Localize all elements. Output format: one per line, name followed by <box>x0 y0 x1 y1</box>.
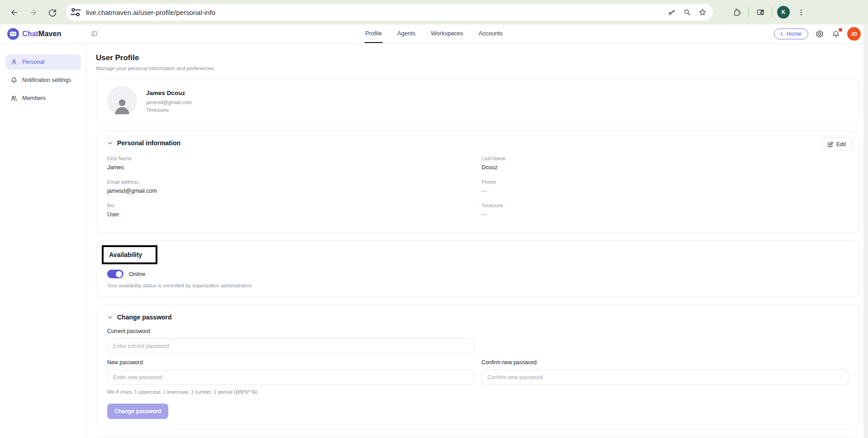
site-info-button[interactable] <box>69 5 82 19</box>
tab-workspaces[interactable]: Workspaces <box>430 24 464 43</box>
extensions-button[interactable] <box>730 5 744 19</box>
confirm-password-input[interactable] <box>482 370 849 385</box>
profile-info: James Dcouz jamesd@gmail.com Timezone <box>146 90 192 113</box>
puzzle-icon <box>733 8 741 17</box>
device-search-icon <box>756 8 765 17</box>
chevron-down-icon <box>107 140 113 146</box>
edit-button[interactable]: Edit <box>821 138 852 151</box>
personal-information-card: Personal information Edit First Name Jam… <box>96 131 860 233</box>
chevron-left-icon <box>779 31 784 37</box>
browser-toolbar: live.chatmaven.ai/user-profile/personal-… <box>0 0 868 24</box>
change-password-card: Change password Current password New pas… <box>96 304 860 429</box>
new-password-input[interactable] <box>107 370 474 385</box>
tune-sliders-icon <box>69 5 82 19</box>
profile-timezone: Timezone <box>146 107 192 113</box>
home-button-label: Home <box>787 31 802 37</box>
sidebar-item-personal[interactable]: Personal <box>5 54 81 70</box>
toolbar-separator <box>772 7 773 17</box>
three-dots-vertical-icon <box>797 8 806 17</box>
personal-information-header[interactable]: Personal information <box>107 139 849 147</box>
bookmark-button[interactable] <box>696 5 709 19</box>
panel-icon <box>91 30 98 37</box>
edit-button-label: Edit <box>836 141 846 148</box>
browser-back-button[interactable] <box>5 4 23 21</box>
bell-icon <box>10 76 18 84</box>
new-password-label: New password <box>107 359 474 366</box>
availability-card: Availability Online Your availability st… <box>96 240 860 297</box>
passwords-button[interactable] <box>665 5 678 19</box>
magnifier-icon <box>683 8 691 16</box>
profile-avatar[interactable] <box>107 86 137 116</box>
notifications-button[interactable] <box>831 29 841 39</box>
availability-note: Your availability status is controlled b… <box>107 283 849 288</box>
person-silhouette-icon <box>112 96 132 116</box>
settings-button[interactable] <box>815 29 825 39</box>
toolbar-separator <box>748 7 749 17</box>
current-password-input[interactable] <box>107 338 474 354</box>
availability-toggle-row: Online <box>107 270 849 278</box>
change-password-header[interactable]: Change password <box>107 314 849 321</box>
top-nav-tabs: Profile Agents Workspaces Accounts <box>364 24 503 43</box>
back-arrow-icon <box>10 8 19 17</box>
availability-status-label: Online <box>129 271 145 277</box>
profile-name: James Dcouz <box>146 90 192 96</box>
user-avatar[interactable]: JD <box>847 27 861 41</box>
zoom-button[interactable] <box>680 5 694 19</box>
browser-reload-button[interactable] <box>43 4 61 21</box>
sidebar-item-notification-settings[interactable]: Notification settings <box>5 72 81 88</box>
field-timezone: Timezone — <box>482 203 849 218</box>
field-first-name: First Name James <box>107 156 474 171</box>
person-icon <box>10 58 18 66</box>
gear-icon <box>816 30 824 38</box>
key-icon <box>668 8 676 16</box>
change-password-form: Current password New password Min 8 char… <box>107 328 849 395</box>
tab-accounts[interactable]: Accounts <box>478 24 503 43</box>
sidebar-item-label: Members <box>22 95 46 101</box>
main-content: User Profile Manage your personal inform… <box>87 43 868 438</box>
reload-icon <box>48 8 57 17</box>
availability-highlight-box: Availability <box>102 245 157 264</box>
reading-mode-button[interactable] <box>754 5 767 19</box>
forward-arrow-icon <box>29 8 38 17</box>
page-subtitle: Manage your personal information and pre… <box>96 66 860 71</box>
current-password-group: Current password <box>107 328 474 354</box>
browser-forward-button[interactable] <box>24 4 42 21</box>
browser-actions: K <box>730 5 808 19</box>
page-title: User Profile <box>96 53 860 62</box>
field-phone: Phone — <box>482 179 849 194</box>
page-scrollbar[interactable] <box>863 24 868 438</box>
profile-summary-card: James Dcouz jamesd@gmail.com Timezone <box>96 78 860 124</box>
chevron-down-icon <box>107 314 113 320</box>
sidebar-item-label: Personal <box>22 59 44 65</box>
current-password-label: Current password <box>107 328 474 334</box>
profile-email: jamesd@gmail.com <box>146 100 192 105</box>
home-button[interactable]: Home <box>774 29 808 39</box>
app-header: ChatMaven Profile Agents Workspaces Acco… <box>0 24 868 43</box>
address-bar[interactable]: live.chatmaven.ai/user-profile/personal-… <box>66 4 713 21</box>
tab-agents[interactable]: Agents <box>396 24 416 43</box>
settings-sidebar: Personal Notification settings Members <box>0 43 87 438</box>
url-text[interactable]: live.chatmaven.ai/user-profile/personal-… <box>86 9 663 16</box>
section-title: Change password <box>117 314 172 321</box>
password-requirements-hint: Min 8 chars, 1 uppercase, 1 lowercase, 1… <box>107 389 474 395</box>
notification-badge <box>839 28 842 32</box>
availability-toggle[interactable] <box>107 270 123 278</box>
availability-title: Availability <box>109 251 142 258</box>
brand-name: ChatMaven <box>22 30 61 38</box>
new-password-group: New password Min 8 chars, 1 uppercase, 1… <box>107 354 474 395</box>
tab-profile[interactable]: Profile <box>364 24 383 43</box>
sidebar-item-label: Notification settings <box>22 77 71 83</box>
sidebar-item-members[interactable]: Members <box>5 90 81 106</box>
field-email-address: Email address jamesd@gmail.com <box>107 179 474 194</box>
confirm-password-label: Confirm new password <box>482 359 849 366</box>
change-password-button[interactable]: Change password <box>107 404 168 419</box>
field-last-name: Last Name Dcouz <box>482 156 849 171</box>
pencil-square-icon <box>827 142 833 148</box>
section-title: Personal information <box>117 139 180 147</box>
members-icon <box>10 95 18 102</box>
browser-profile-avatar[interactable]: K <box>777 6 790 19</box>
browser-menu-button[interactable] <box>794 5 808 19</box>
sidebar-collapse-button[interactable] <box>91 30 98 37</box>
field-bio: Bio User <box>107 203 474 218</box>
brand-logo[interactable]: ChatMaven <box>7 28 61 40</box>
